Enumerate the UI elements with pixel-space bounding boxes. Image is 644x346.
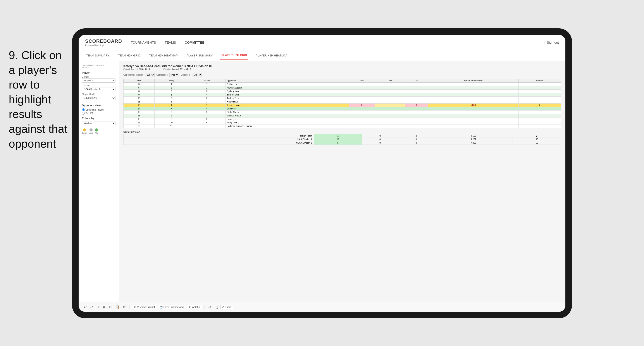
view-original-btn[interactable]: 👁 👁 View: Original xyxy=(132,305,156,309)
colour-up: Up xyxy=(95,128,98,134)
tab-player-h2h-grid[interactable]: PLAYER H2H GRID xyxy=(220,51,248,59)
sidebar: Last Updated: 27/03/2024 16:55:38 Player… xyxy=(78,61,119,302)
nav-tournaments[interactable]: TOURNAMENTS xyxy=(131,39,156,45)
logo-area: SCOREBOARD Powered by clippi xyxy=(85,38,122,47)
table-row-highlighted[interactable]: 1311Jessica Huang 0 1 0 -3.00 2 xyxy=(124,104,561,107)
tab-player-h2h-heatmap[interactable]: PLAYER H2H HEATMAP xyxy=(254,52,288,59)
filter-bar: Opponents: Region (All) Conference (All)… xyxy=(123,73,561,77)
opponent-view-title: Opponent view xyxy=(82,104,116,107)
sidebar-player-title: Player xyxy=(82,71,116,74)
table-row[interactable]: 20117Federica Domecq Lacroze xyxy=(124,125,561,128)
refresh-btn[interactable]: ⟳ xyxy=(122,305,126,310)
separator: | xyxy=(544,41,545,44)
view-label: 👁 View: Original xyxy=(137,306,155,308)
table-row[interactable]: 311Esther Lee xyxy=(124,83,561,86)
paste-btn[interactable]: 📋 xyxy=(114,305,120,310)
table-row[interactable]: 1585Stella Cheng xyxy=(124,111,561,114)
table-row[interactable]: 1822Euna Lee xyxy=(124,118,561,121)
overall-record: Overall Record: 353 - 34 - 6 xyxy=(123,68,150,71)
nav-teams[interactable]: TEAMS xyxy=(164,39,176,45)
watch-btn[interactable]: 👁 Watch ▾ xyxy=(187,305,202,309)
player-rank-select[interactable]: 8. Katelyn Vo xyxy=(82,96,116,100)
th-conf: # Conf xyxy=(188,79,226,83)
colour-legend: Down Level Up xyxy=(82,128,116,134)
table-row[interactable]: 1474Eunice Yi xyxy=(124,107,561,111)
grid-records: Overall Record: 353 - 34 - 6 Division Re… xyxy=(123,68,561,71)
h2h-table: # Div # Reg # Conf Opponent Win Loss Tie… xyxy=(123,79,561,128)
table-row[interactable]: 1311Haejo Hyun xyxy=(124,100,561,104)
instruction-step: 9. xyxy=(9,49,18,61)
instruction-body: Click on a player's row to highlight res… xyxy=(9,49,68,150)
top-nav-links: TOURNAMENTS TEAMS COMMITTEE xyxy=(131,39,544,45)
radio-opponents-played[interactable]: Opponents Played xyxy=(82,108,116,111)
nav-committee[interactable]: COMMITTEE xyxy=(185,39,204,45)
colour-by-title: Colour by xyxy=(82,117,116,120)
ood-row-naia1[interactable]: NAIA Division 1 15 0 0 9.267 30 xyxy=(124,138,561,141)
table-row[interactable]: 19106Emily Chang xyxy=(124,121,561,125)
camera-btn[interactable]: ⊙ xyxy=(208,305,212,310)
sign-out-link[interactable]: Sign out xyxy=(547,39,559,45)
sidebar-timestamp: Last Updated: 27/03/2024 16:55:38 xyxy=(82,64,116,69)
grid-area: Katelyn Vo Head-to-Head Grid for Women's… xyxy=(119,61,566,302)
top-nav: SCOREBOARD Powered by clippi TOURNAMENTS… xyxy=(78,35,566,50)
th-tie: Tie xyxy=(406,79,428,83)
division-label: Division xyxy=(82,84,116,87)
view-icon: 👁 xyxy=(134,306,136,308)
colour-by-select[interactable]: Win/loss xyxy=(82,121,116,125)
division-select[interactable]: NCAA Division III xyxy=(82,87,116,91)
table-row[interactable]: 1691Jessica Mason xyxy=(124,114,561,118)
instruction-text: 9. Click on a player's row to highlight … xyxy=(9,48,68,151)
share-icon: ↗ xyxy=(222,306,224,309)
colour-section: Colour by Win/loss Down Level xyxy=(82,117,116,134)
toolbar-divider-1 xyxy=(129,305,130,309)
radio-top100[interactable]: Top 100 xyxy=(82,112,116,115)
save-custom-view-btn[interactable]: 💾 Save Custom View xyxy=(158,305,185,309)
colour-dot-down xyxy=(83,128,86,132)
th-win: Win xyxy=(349,79,375,83)
cut-btn[interactable]: ✂ xyxy=(108,305,112,310)
undo-btn[interactable]: ↩ xyxy=(83,305,88,310)
ood-row-ncaa2[interactable]: NCAA Division 2 5 0 0 7.400 10 xyxy=(124,141,561,145)
layout-btn[interactable]: ⬚ xyxy=(214,305,219,310)
opponent-view-section: Opponent view Opponents Played Top 100 xyxy=(82,104,116,115)
th-rounds: Rounds xyxy=(518,79,561,83)
save-icon: 💾 xyxy=(160,306,163,309)
colour-down: Down xyxy=(82,128,87,134)
save-label: Save Custom View xyxy=(164,306,184,308)
ood-table: Foreign Team 1 0 0 4.500 2 NAIA Division… xyxy=(123,134,561,145)
th-opponent: Opponent xyxy=(226,79,349,83)
toolbar-divider-2 xyxy=(204,305,205,309)
conference-filter-label: Conference xyxy=(156,74,168,76)
tablet-frame: SCOREBOARD Powered by clippi TOURNAMENTS… xyxy=(72,28,572,318)
logo-sub: Powered by clippi xyxy=(85,44,122,47)
main-content: Last Updated: 27/03/2024 16:55:38 Player… xyxy=(78,61,566,302)
region-filter-select[interactable]: (All) xyxy=(145,73,154,77)
tab-team-summary[interactable]: TEAM SUMMARY xyxy=(85,52,110,59)
out-of-division-label: Out of division xyxy=(123,131,561,133)
copy-btn[interactable]: ⧉ xyxy=(102,305,106,309)
table-row[interactable]: 1063Andrea York xyxy=(124,97,561,100)
bottom-toolbar: ↩ ↩ ↪ ⧉ ✂ 📋 ⟳ 👁 👁 View: Original 💾 Save … xyxy=(78,302,566,312)
opponent-filter-label: Opponent xyxy=(181,74,190,76)
tab-player-summary[interactable]: PLAYER SUMMARY xyxy=(185,52,214,59)
tablet-screen: SCOREBOARD Powered by clippi TOURNAMENTS… xyxy=(78,35,566,312)
redo-btn[interactable]: ↩ xyxy=(89,305,94,310)
opponent-filter-select[interactable]: (All) xyxy=(192,73,202,77)
gender-label: Gender xyxy=(82,76,116,78)
table-row[interactable]: 633Sydney Kuo xyxy=(124,90,561,93)
th-reg: # Reg xyxy=(154,79,188,83)
table-row[interactable]: 522Alexis Sudjianto xyxy=(124,86,561,90)
ood-row-foreign[interactable]: Foreign Team 1 0 0 4.500 2 xyxy=(124,134,561,138)
forward-btn[interactable]: ↪ xyxy=(96,305,100,310)
logo-text: SCOREBOARD xyxy=(85,38,122,44)
gender-select[interactable]: Women's xyxy=(82,78,116,83)
share-label: Share xyxy=(225,306,231,308)
region-filter-label: Region xyxy=(136,74,144,76)
tab-team-h2h-heatmap[interactable]: TEAM H2H HEATMAP xyxy=(148,52,179,59)
tab-team-h2h-grid[interactable]: TEAM H2H GRID xyxy=(117,52,142,59)
th-diff: Diff Av Strokes/Rnd xyxy=(428,79,518,83)
share-btn[interactable]: ↗ Share xyxy=(220,305,233,309)
sub-nav: TEAM SUMMARY TEAM H2H GRID TEAM H2H HEAT… xyxy=(78,50,566,61)
conference-filter-select[interactable]: (All) xyxy=(170,73,179,77)
table-row[interactable]: 914Sharon Mun xyxy=(124,93,561,97)
